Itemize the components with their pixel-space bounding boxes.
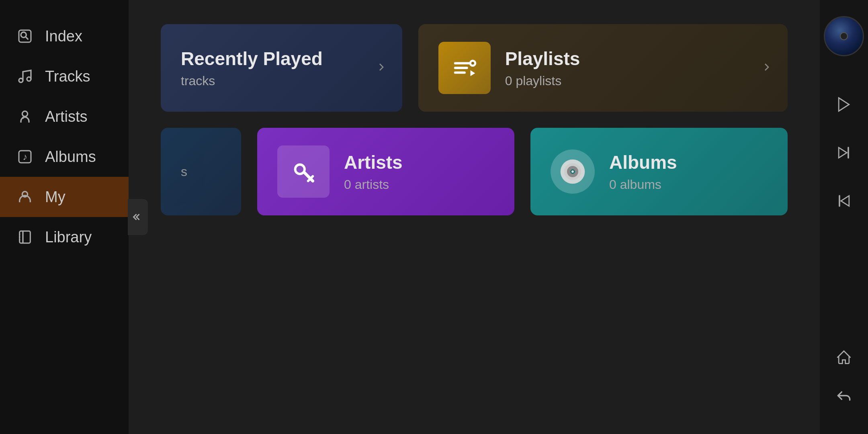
next-button[interactable] xyxy=(828,137,860,169)
svg-line-2 xyxy=(26,37,29,40)
artists-text: Artists 0 artists xyxy=(344,151,403,192)
albums-text: Albums 0 albums xyxy=(609,151,677,192)
right-panel xyxy=(820,0,868,434)
svg-point-18 xyxy=(471,62,474,65)
artists-card[interactable]: Artists 0 artists xyxy=(257,128,514,215)
playlists-subtitle: 0 playlists xyxy=(505,74,580,88)
svg-point-4 xyxy=(27,77,31,81)
sidebar-item-index[interactable]: Index xyxy=(0,16,129,56)
sidebar-artists-label: Artists xyxy=(45,108,88,125)
playlists-text: Playlists 0 playlists xyxy=(505,48,580,88)
svg-point-24 xyxy=(571,170,574,173)
playlists-title: Playlists xyxy=(505,48,580,70)
disc-center xyxy=(840,32,848,40)
sidebar-item-albums[interactable]: ♪ Albums xyxy=(0,137,129,177)
microphone-icon xyxy=(16,108,34,125)
person-icon xyxy=(16,188,34,206)
recently-played-subtitle: tracks xyxy=(181,74,323,88)
albums-icon-box xyxy=(551,149,595,194)
recently-played-card[interactable]: Recently Played tracks xyxy=(161,24,402,112)
cards-row-1: Recently Played tracks xyxy=(161,24,788,112)
albums-subtitle: 0 albums xyxy=(609,177,677,192)
sidebar-item-library[interactable]: Library xyxy=(0,217,129,257)
svg-point-3 xyxy=(19,78,23,82)
now-playing-disc[interactable] xyxy=(824,16,864,56)
recently-played-title: Recently Played xyxy=(181,48,323,70)
sidebar-library-label: Library xyxy=(45,229,92,246)
sidebar-albums-label: Albums xyxy=(45,148,96,166)
collapse-button[interactable] xyxy=(128,199,148,235)
recently-played-arrow xyxy=(375,61,388,75)
sidebar-item-my[interactable]: My xyxy=(0,177,129,217)
artists-title: Artists xyxy=(344,151,403,173)
playlists-icon-box xyxy=(438,42,491,94)
library-icon xyxy=(16,228,34,246)
sidebar-index-label: Index xyxy=(45,28,82,45)
recently-played-text: Recently Played tracks xyxy=(181,48,323,88)
svg-marker-28 xyxy=(841,196,849,206)
sidebar: Index Tracks Artists ♪ xyxy=(0,0,129,434)
music-note-icon xyxy=(16,68,34,85)
previous-button[interactable] xyxy=(828,185,860,217)
sidebar-my-label: My xyxy=(45,188,66,206)
play-button[interactable] xyxy=(828,88,860,121)
svg-point-6 xyxy=(23,118,23,119)
search-icon xyxy=(16,27,34,45)
artists-icon-box xyxy=(277,145,330,198)
svg-marker-26 xyxy=(839,147,847,158)
tracks-card-partial[interactable]: s xyxy=(161,128,241,215)
back-button[interactable] xyxy=(828,382,860,414)
albums-card[interactable]: Albums 0 albums xyxy=(530,128,788,215)
sidebar-item-tracks[interactable]: Tracks xyxy=(0,56,129,96)
playlists-arrow xyxy=(760,61,773,75)
cards-row-2: s Artists 0 artists xyxy=(161,128,788,215)
tracks-text-partial: s xyxy=(181,164,187,179)
main-content: Recently Played tracks xyxy=(129,0,820,434)
svg-rect-10 xyxy=(20,231,31,243)
albums-title: Albums xyxy=(609,151,677,173)
svg-text:♪: ♪ xyxy=(23,151,27,162)
tracks-subtitle-partial: s xyxy=(181,164,187,179)
home-button[interactable] xyxy=(828,342,860,374)
svg-marker-25 xyxy=(839,98,849,111)
album-icon: ♪ xyxy=(16,148,34,166)
artists-subtitle: 0 artists xyxy=(344,177,403,192)
sidebar-item-artists[interactable]: Artists xyxy=(0,96,129,137)
sidebar-tracks-label: Tracks xyxy=(45,68,90,85)
playlists-card[interactable]: Playlists 0 playlists xyxy=(418,24,788,112)
svg-point-5 xyxy=(22,111,27,117)
svg-point-1 xyxy=(21,32,26,37)
